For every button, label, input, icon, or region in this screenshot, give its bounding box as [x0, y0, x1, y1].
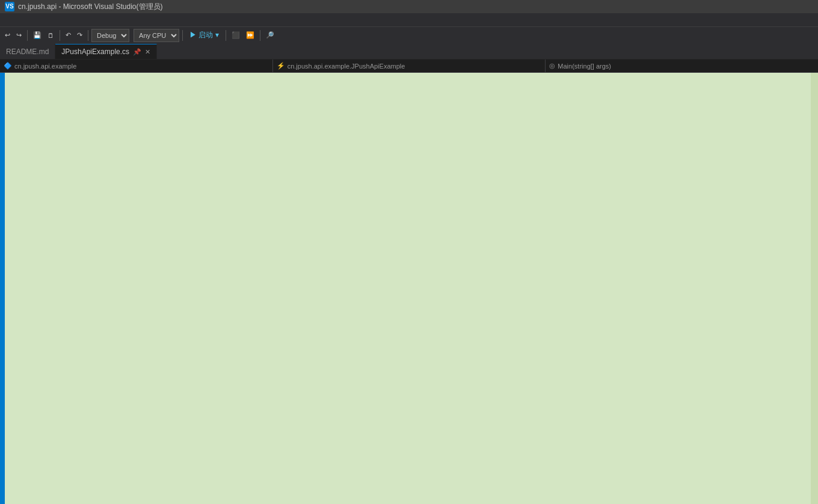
- debug-mode-dropdown[interactable]: Debug: [91, 29, 129, 42]
- toolbar-undo-btn[interactable]: ↶: [63, 30, 73, 40]
- vs-logo: VS: [5, 2, 14, 11]
- toolbar-save-btn[interactable]: 💾: [31, 30, 44, 40]
- menu-svn[interactable]: [79, 19, 89, 21]
- toolbar-appinsights-btn[interactable]: 🔎: [263, 30, 277, 40]
- fold-margin: [30, 73, 40, 504]
- line-numbers: [5, 73, 30, 504]
- menu-project[interactable]: [31, 19, 41, 21]
- menu-analyze[interactable]: [99, 19, 108, 21]
- menu-debug[interactable]: [51, 19, 60, 21]
- menu-view[interactable]: [22, 19, 31, 21]
- menu-bar: [0, 13, 818, 26]
- window-title: cn.jpush.api - Microsoft Visual Studio(管…: [18, 2, 163, 12]
- nav-namespace-text: cn.jpush.api.example: [14, 63, 76, 70]
- toolbar-sep-6: [260, 30, 260, 41]
- toolbar-back-btn[interactable]: ↩: [2, 30, 13, 40]
- left-indicator-bar: [0, 73, 5, 504]
- toolbar-forward-btn[interactable]: ↪: [14, 30, 24, 40]
- nav-method[interactable]: ◎ Main(string[] args): [546, 60, 818, 72]
- menu-file[interactable]: [2, 19, 12, 21]
- code-editor[interactable]: [45, 73, 811, 504]
- toolbar-sep-3: [88, 30, 88, 41]
- tab-readme-label: README.md: [6, 48, 49, 56]
- title-bar: VS cn.jpush.api - Microsoft Visual Studi…: [0, 0, 818, 13]
- menu-test[interactable]: [89, 19, 99, 21]
- toolbar-sep-1: [27, 30, 28, 41]
- menu-window[interactable]: [108, 19, 118, 21]
- menu-edit[interactable]: [12, 19, 22, 21]
- menu-tools[interactable]: [70, 19, 79, 21]
- toolbar-sep-4: [182, 30, 183, 41]
- toolbar-redo-btn[interactable]: ↷: [75, 30, 85, 40]
- tab-bar: README.md JPushApiExample.cs 📌 ✕: [0, 43, 818, 60]
- nav-namespace-icon: 🔷: [4, 62, 12, 70]
- nav-bar: 🔷 cn.jpush.api.example ⚡ cn.jpush.api.ex…: [0, 60, 818, 73]
- nav-class-icon: ⚡: [277, 62, 285, 70]
- toolbar-attach-btn[interactable]: ⬛: [229, 30, 242, 40]
- menu-build[interactable]: [41, 19, 51, 21]
- tab-jpush[interactable]: JPushApiExample.cs 📌 ✕: [55, 44, 157, 59]
- tab-close-icon[interactable]: ✕: [145, 48, 150, 56]
- editor: [0, 73, 818, 504]
- toolbar-step-btn[interactable]: ⏩: [244, 30, 257, 40]
- nav-namespace[interactable]: 🔷 cn.jpush.api.example: [0, 60, 273, 72]
- tab-jpush-label: JPushApiExample.cs: [61, 48, 129, 56]
- menu-team[interactable]: [60, 19, 70, 21]
- close-icon[interactable]: 📌: [133, 48, 141, 56]
- nav-method-icon: ◎: [549, 62, 555, 70]
- start-button[interactable]: ▶ 启动 ▾: [186, 29, 223, 41]
- toolbar-sep-2: [60, 30, 60, 41]
- nav-class[interactable]: ⚡ cn.jpush.api.example.JPushApiExample: [273, 60, 546, 72]
- nav-class-text: cn.jpush.api.example.JPushApiExample: [288, 63, 405, 70]
- menu-help[interactable]: [118, 19, 128, 21]
- tab-readme[interactable]: README.md: [0, 44, 55, 59]
- toolbar-sep-5: [226, 30, 226, 41]
- breakpoint-margin: [40, 73, 45, 504]
- right-overview: [811, 73, 818, 504]
- toolbar-save-all-btn[interactable]: 🗒: [45, 31, 57, 40]
- toolbar: ↩ ↪ 💾 🗒 ↶ ↷ Debug Any CPU ▶ 启动 ▾ ⬛ ⏩ 🔎: [0, 26, 818, 43]
- platform-dropdown[interactable]: Any CPU: [134, 29, 179, 42]
- nav-method-text: Main(string[] args): [558, 63, 611, 70]
